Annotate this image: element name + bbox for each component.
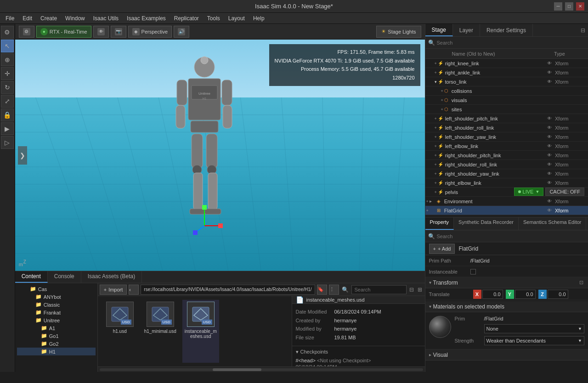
info-row-date: Date Modified 06/18/2024 09:14PM	[296, 308, 421, 316]
expand-icon2: ▸	[430, 199, 437, 204]
file-browser: 📁 Cas 📁 ANYbot 📁 Classic 📁	[15, 283, 425, 372]
tree-item-a1[interactable]: 📁 A1	[17, 324, 96, 332]
import-button[interactable]: + Import	[100, 285, 127, 295]
file-grid-area: + Import ‹ rse://localhost/Library/NVIDI…	[98, 283, 425, 372]
menu-create[interactable]: Create	[37, 14, 61, 23]
next-frame-button[interactable]: ▷	[1, 136, 14, 149]
tab-synthetic-data-recorder[interactable]: Synthetic Data Recorder	[454, 217, 519, 230]
chevron-down-icon: ▾	[429, 304, 431, 309]
rtx-realtime-button[interactable]: ● RTX - Real-Time	[36, 26, 91, 38]
grid-icon: ⊞	[437, 208, 444, 213]
menu-replicator[interactable]: Replicator	[170, 14, 203, 23]
select-tool-button[interactable]: ↖	[1, 40, 14, 52]
tab-isaac-assets[interactable]: Isaac Assets (Beta)	[81, 271, 142, 283]
tree-item-go1[interactable]: 📁 Go1	[17, 332, 96, 340]
menu-tools[interactable]: Tools	[204, 14, 224, 23]
checkpoints-header[interactable]: ▾ Checkpoints	[296, 349, 421, 355]
gpu-stat: NVIDIA GeForce RTX 4070 Ti: 1.9 GiB used…	[275, 57, 415, 65]
play-button[interactable]: ▶	[1, 122, 14, 135]
menu-isaac-utils[interactable]: Isaac Utils	[90, 14, 122, 23]
checkpoint-label: #<head>	[296, 358, 316, 363]
joint-icon: ⚡	[438, 125, 445, 130]
translate-tool-button[interactable]: ✛	[1, 67, 14, 80]
file-path-bar[interactable]: rse://localhost/Library/NVIDIA/Assets/Is…	[141, 285, 315, 295]
add-property-button[interactable]: + + Add	[429, 244, 455, 254]
menu-edit[interactable]: Edit	[19, 14, 36, 23]
prim-path-label: Prim Path	[429, 258, 470, 263]
add-label: + Add	[438, 246, 451, 252]
file-search-input[interactable]	[351, 285, 407, 294]
audio-icon: 🔊	[178, 28, 185, 35]
orbit-tool-button[interactable]: ⊕	[1, 53, 14, 66]
bookmark-button[interactable]: 🔖	[317, 285, 327, 295]
filter-button[interactable]: ⊟	[408, 286, 415, 294]
menu-isaac-examples[interactable]: Isaac Examples	[123, 14, 170, 23]
tree-item-cas[interactable]: 📁 Cas	[17, 285, 96, 293]
file-item-h1-minimal[interactable]: USD h1_minimal.usd	[142, 300, 179, 363]
viewport[interactable]: Unitree H1	[15, 40, 425, 271]
tree-item-unitree[interactable]: 📁 Unitree	[17, 316, 96, 324]
info-header: 📄 instanceable_meshes.usd	[292, 296, 425, 304]
tree-item-frankat[interactable]: 📁 Frankat	[17, 309, 96, 316]
rotate-tool-button[interactable]: ↻	[1, 81, 14, 94]
checkpoints-title: Checkpoints	[300, 349, 328, 354]
render-mode-button[interactable]: 👁	[93, 26, 109, 38]
live-chevron-icon: ▼	[535, 189, 539, 194]
menu-file[interactable]: File	[2, 14, 18, 23]
audio-button[interactable]: 🔊	[174, 26, 189, 38]
horizontal-scrollbar[interactable]	[98, 366, 425, 372]
tab-console[interactable]: Console	[48, 271, 81, 283]
svg-rect-27	[222, 80, 232, 105]
instanceable-checkbox[interactable]	[470, 269, 476, 274]
robot-model: Unitree H1	[158, 51, 250, 235]
expand-icon: +	[435, 116, 437, 121]
folder-icon: 📁	[35, 302, 42, 308]
tab-layer[interactable]: Layer	[453, 24, 480, 36]
expand-icon: +	[435, 162, 437, 167]
file-item-instanceable[interactable]: USD instanceable_meshes.usd	[182, 300, 219, 363]
snap-tool-button[interactable]: 🔒	[1, 109, 14, 121]
menu-help[interactable]: Help	[249, 14, 268, 23]
viewport-toolbar: ⚙ ● RTX - Real-Time 👁 📷 ◈ Perspective 🔊 …	[15, 24, 425, 40]
settings-icon: ⚙	[23, 28, 30, 35]
created-by-value: hermanye	[334, 316, 357, 325]
scroll-thumb[interactable]	[213, 368, 261, 371]
scale-tool-button[interactable]: ⤢	[1, 95, 14, 108]
usd-badge: USD	[121, 320, 131, 325]
file-item-h1[interactable]: USD h1.usd	[102, 300, 138, 363]
folder-icon: 📁	[41, 333, 47, 339]
svg-rect-45	[193, 230, 198, 235]
usd-file-icon: USD	[187, 302, 215, 327]
info-details: Date Modified 06/18/2024 09:14PM Created…	[292, 304, 425, 346]
collapse-left-button[interactable]: ❯	[18, 146, 27, 165]
stage-lights-button[interactable]: ☀ Stage Lights	[376, 26, 421, 38]
menu-window[interactable]: Window	[62, 14, 89, 23]
file-icon-small: 📄	[296, 296, 304, 303]
camera-button[interactable]: 📷	[111, 26, 126, 38]
tab-content[interactable]: Content	[15, 271, 48, 283]
tab-property[interactable]: Property	[425, 217, 454, 230]
nav-back-button[interactable]: ‹	[129, 285, 139, 295]
tree-item-anybot[interactable]: 📁 ANYbot	[17, 293, 96, 301]
live-badge[interactable]: LIVE ▼	[514, 188, 544, 196]
search-icon: 🔍	[342, 286, 349, 293]
tree-item-h1[interactable]: 📁 H1	[17, 348, 96, 355]
grid-view-button[interactable]: ⊞	[417, 286, 423, 294]
expand-icon: +	[435, 144, 437, 149]
plus-icon: +	[104, 287, 107, 292]
translate-x-field[interactable]	[482, 290, 503, 299]
visual-title: Visual	[433, 352, 448, 358]
viewport-settings-button[interactable]: ⚙	[19, 26, 34, 38]
translate-x-input[interactable]: X	[473, 290, 503, 299]
menu-layout[interactable]: Layout	[225, 14, 249, 23]
expand-icon: +	[426, 199, 429, 204]
more-button[interactable]: ⋮	[329, 285, 339, 295]
file-path-text: rse://localhost/Library/NVIDIA/Assets/Is…	[144, 287, 311, 292]
perspective-button[interactable]: ◈ Perspective	[128, 26, 172, 38]
tab-stage[interactable]: Stage	[425, 24, 453, 36]
tree-item-go2[interactable]: 📁 Go2	[17, 340, 96, 348]
tree-item-classic[interactable]: 📁 Classic	[17, 301, 96, 309]
settings-tool-button[interactable]: ⚙	[1, 26, 14, 39]
menu-bar: File Edit Create Window Isaac Utils Isaa…	[0, 13, 588, 24]
checkpoint-item: #<head> <Not using Checkpoint>	[296, 357, 421, 364]
